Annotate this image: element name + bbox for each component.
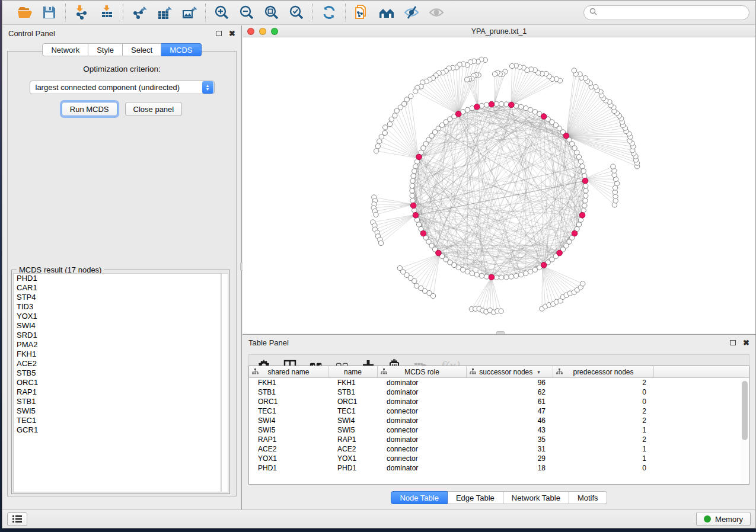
mcds-node[interactable] [582, 178, 588, 184]
table-cell[interactable]: FKH1 [328, 379, 378, 387]
network-node[interactable] [519, 272, 524, 277]
table-cell[interactable]: 43 [467, 426, 553, 434]
network-node[interactable] [509, 63, 514, 68]
network-node[interactable] [484, 102, 489, 107]
float-panel-icon[interactable] [216, 31, 222, 36]
mcds-result-item[interactable]: SRD1 [14, 331, 221, 340]
mcds-node[interactable] [410, 203, 416, 209]
table-cell[interactable]: SWI5 [249, 426, 328, 434]
table-cell[interactable]: dominator [378, 379, 467, 387]
network-node[interactable] [394, 108, 399, 113]
network-node[interactable] [474, 272, 479, 277]
mcds-result-item[interactable]: SWI5 [14, 406, 221, 416]
float-table-panel-icon[interactable] [730, 340, 736, 345]
table-cell[interactable]: 2 [553, 379, 654, 387]
mcds-node[interactable] [557, 250, 563, 256]
table-cell[interactable]: PHD1 [328, 464, 378, 472]
mcds-node[interactable] [541, 262, 547, 268]
table-cell[interactable]: ACE2 [328, 445, 378, 453]
mcds-node[interactable] [579, 212, 585, 218]
table-scrollbar-thumb[interactable] [742, 381, 748, 440]
network-node[interactable] [583, 183, 588, 188]
table-row[interactable]: SWI5SWI5connector431 [249, 425, 749, 435]
table-cell[interactable]: FKH1 [249, 379, 328, 387]
table-cell[interactable]: dominator [378, 464, 467, 472]
search-box[interactable] [583, 5, 749, 20]
network-node[interactable] [532, 110, 537, 114]
mcds-result-item[interactable]: SWI4 [14, 321, 221, 331]
first-neighbors-icon[interactable] [378, 4, 395, 21]
mcds-result-item[interactable]: PHD1 [14, 274, 221, 283]
mcds-node[interactable] [572, 230, 578, 236]
table-cell[interactable]: 1 [553, 426, 654, 434]
table-cell[interactable]: dominator [378, 416, 467, 425]
network-node[interactable] [464, 77, 469, 82]
network-node[interactable] [581, 169, 586, 174]
network-node[interactable] [519, 104, 524, 109]
mcds-result-item[interactable]: STP4 [14, 293, 221, 302]
table-cell[interactable]: STB1 [328, 388, 378, 396]
network-node[interactable] [583, 193, 588, 198]
network-node[interactable] [572, 68, 576, 73]
network-node[interactable] [582, 174, 587, 178]
network-node[interactable] [412, 278, 417, 283]
network-node[interactable] [504, 275, 509, 280]
mcds-node[interactable] [563, 133, 569, 139]
network-node[interactable] [524, 105, 528, 110]
network-node[interactable] [374, 212, 378, 217]
mcds-result-item[interactable]: TID3 [14, 302, 221, 312]
panel-list-button[interactable] [7, 512, 27, 526]
table-cell[interactable]: SWI4 [328, 416, 378, 425]
table-cell[interactable]: 0 [553, 464, 654, 472]
mcds-node[interactable] [413, 212, 419, 218]
network-node[interactable] [583, 198, 588, 203]
mcds-result-item[interactable]: FKH1 [14, 350, 221, 359]
table-cell[interactable]: 46 [467, 416, 553, 425]
table-cell[interactable]: dominator [378, 388, 467, 396]
table-row[interactable]: ACE2ACE2connector311 [249, 444, 749, 454]
run-mcds-button[interactable]: Run MCDS [62, 102, 117, 116]
table-cell[interactable]: RAP1 [249, 435, 328, 444]
table-cell[interactable]: dominator [378, 435, 467, 444]
network-node[interactable] [513, 103, 518, 108]
network-node[interactable] [484, 274, 489, 279]
network-node[interactable] [499, 101, 503, 106]
network-node[interactable] [410, 193, 414, 198]
network-node[interactable] [412, 169, 417, 174]
export-table-icon[interactable] [156, 4, 173, 21]
mcds-result-item[interactable]: ORC1 [14, 378, 221, 387]
network-node[interactable] [413, 89, 417, 94]
mcds-result-item[interactable]: YOX1 [14, 312, 221, 321]
network-node[interactable] [374, 149, 378, 153]
save-session-icon[interactable] [41, 4, 58, 21]
close-panel-icon[interactable]: ✖ [229, 30, 235, 37]
memory-button[interactable]: Memory [696, 512, 751, 526]
network-node[interactable] [460, 267, 465, 272]
table-cell[interactable]: 0 [553, 388, 654, 396]
network-node[interactable] [479, 103, 484, 108]
network-node[interactable] [387, 122, 392, 127]
table-row[interactable]: RAP1RAP1dominator352 [249, 435, 749, 444]
network-node[interactable] [377, 139, 382, 143]
table-cell[interactable]: PHD1 [249, 464, 328, 472]
table-cell[interactable]: connector [378, 454, 467, 463]
mcds-node[interactable] [420, 230, 426, 236]
table-cell[interactable]: RAP1 [328, 435, 378, 444]
table-cell[interactable]: 0 [553, 398, 654, 406]
table-cell[interactable]: 1 [553, 445, 654, 453]
network-node[interactable] [430, 293, 435, 298]
tab-mcds[interactable]: MCDS [161, 43, 201, 56]
table-cell[interactable]: 18 [467, 464, 553, 472]
mcds-node[interactable] [455, 111, 461, 117]
table-cell[interactable]: 47 [467, 407, 553, 415]
network-node[interactable] [499, 309, 503, 313]
network-node[interactable] [528, 269, 532, 274]
close-panel-button[interactable]: Close panel [125, 102, 183, 116]
network-node[interactable] [375, 144, 380, 149]
network-node[interactable] [492, 72, 497, 76]
network-node[interactable] [410, 188, 414, 193]
mcds-result-item[interactable]: GCR1 [14, 425, 221, 435]
network-node[interactable] [509, 274, 513, 279]
table-row[interactable]: ORC1ORC1dominator610 [249, 397, 749, 406]
network-node[interactable] [410, 183, 414, 188]
